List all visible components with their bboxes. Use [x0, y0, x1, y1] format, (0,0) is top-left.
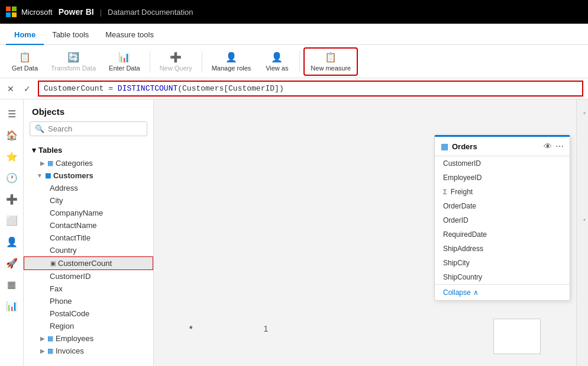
tree-item-invoices[interactable]: ▶ ▦ Invoices: [24, 345, 153, 357]
orders-field-employeeid[interactable]: EmployeeID: [435, 171, 570, 185]
orders-field-freight[interactable]: Σ Freight: [435, 185, 570, 199]
sidebar-rocket-icon[interactable]: 🚀: [2, 253, 21, 272]
shipcity-field-label: ShipCity: [443, 259, 470, 267]
tree-item-companyname[interactable]: CompanyName: [24, 207, 153, 219]
customerid-field-label: CustomerID: [443, 159, 481, 168]
tables-label: Tables: [38, 146, 62, 155]
sidebar-star-icon[interactable]: ⭐: [2, 147, 21, 166]
formula-confirm-button[interactable]: ✓: [21, 83, 33, 95]
tree-item-region[interactable]: Region: [24, 320, 153, 332]
app-subtitle: Datamart Documentation: [108, 8, 193, 17]
new-measure-button[interactable]: 📋 New measure: [303, 47, 358, 76]
sidebar-plus-icon[interactable]: ➕: [2, 190, 21, 208]
orders-field-orderid[interactable]: OrderID: [435, 213, 570, 227]
get-data-button[interactable]: 📋 Get Data: [6, 47, 44, 76]
orders-field-customerid[interactable]: CustomerID: [435, 156, 570, 171]
orders-field-shipaddress[interactable]: ShipAddress: [435, 242, 570, 256]
orderdate-field-label: OrderDate: [443, 202, 476, 210]
tab-home[interactable]: Home: [6, 25, 44, 45]
new-measure-label: New measure: [311, 65, 351, 72]
formula-cancel-button[interactable]: ✕: [5, 83, 17, 95]
search-box[interactable]: 🔍: [30, 121, 147, 136]
tree-item-postalcode[interactable]: PostalCode: [24, 307, 153, 320]
separator-1: [150, 51, 150, 72]
orders-title: Orders: [452, 142, 540, 151]
tree-item-customercount[interactable]: ▣ CustomerCount: [24, 256, 153, 270]
customers-table-icon: ▦: [45, 172, 51, 179]
top-bar: Microsoft Power BI | Datamart Documentat…: [0, 0, 588, 24]
transform-data-icon: 🔄: [67, 52, 79, 63]
ms-green: [12, 7, 17, 11]
orders-field-orderdate[interactable]: OrderDate: [435, 199, 570, 213]
formula-input-container[interactable]: CustomerCount = DISTINCTCOUNT(Customers[…: [38, 81, 583, 97]
separator-2: [202, 51, 202, 72]
orderid-field-label: OrderID: [443, 216, 469, 224]
companyname-label: CompanyName: [50, 208, 103, 217]
enter-data-icon: 📊: [118, 52, 130, 63]
content-area: ▦ Orders 👁 ⋯ CustomerID EmployeeID Σ Fre…: [154, 99, 588, 366]
bottom-markers: * 1: [189, 324, 268, 333]
orders-field-shipcity[interactable]: ShipCity: [435, 256, 570, 270]
sidebar-people-icon[interactable]: 👤: [2, 232, 21, 251]
scrollbar-marker-top: *: [583, 111, 586, 118]
manage-roles-button[interactable]: 👤 Manage roles: [206, 47, 257, 76]
tree-item-address[interactable]: Address: [24, 182, 153, 194]
orders-preview-icon[interactable]: 👁: [544, 142, 552, 151]
employees-label: Employees: [56, 334, 93, 343]
enter-data-button[interactable]: 📊 Enter Data: [103, 47, 146, 76]
orders-field-shipcountry[interactable]: ShipCountry: [435, 270, 570, 284]
search-icon: 🔍: [35, 124, 44, 133]
tree-item-phone[interactable]: Phone: [24, 295, 153, 307]
orders-more-icon[interactable]: ⋯: [555, 142, 564, 151]
new-query-icon: ➕: [170, 52, 182, 63]
new-measure-icon: 📋: [325, 52, 337, 63]
tree-item-city[interactable]: City: [24, 194, 153, 207]
tree-item-contacttitle[interactable]: ContactTitle: [24, 232, 153, 244]
city-label: City: [50, 196, 63, 205]
tree-item-fax[interactable]: Fax: [24, 282, 153, 295]
tables-chevron-icon: ▾: [32, 146, 36, 155]
ms-yellow: [12, 12, 17, 17]
orders-field-requireddate[interactable]: RequiredDate: [435, 227, 570, 242]
ms-red: [6, 7, 11, 11]
orders-collapse-chevron: ∧: [473, 288, 479, 297]
tree-item-customerid[interactable]: CustomerID: [24, 270, 153, 282]
bottom-marker-one: 1: [263, 324, 268, 333]
view-as-button[interactable]: 👤 View as: [258, 47, 296, 76]
manage-roles-icon: 👤: [225, 52, 237, 63]
tables-group-header[interactable]: ▾ Tables: [24, 143, 153, 157]
tree-item-country[interactable]: Country: [24, 244, 153, 256]
orders-collapse-label: Collapse: [443, 288, 471, 297]
transform-data-button[interactable]: 🔄 Transform Data: [45, 47, 102, 76]
objects-panel: Objects 🔍 ▾ Tables ▶ ▦ Categories ▼ ▦ Cu…: [24, 99, 154, 366]
tab-measure-tools[interactable]: Measure tools: [97, 25, 162, 45]
sidebar-table-icon[interactable]: ▦: [2, 275, 21, 294]
scrollbar[interactable]: * *: [576, 99, 588, 366]
tab-table-tools[interactable]: Table tools: [44, 25, 97, 45]
sidebar-clock-icon[interactable]: 🕐: [2, 168, 21, 187]
enter-data-label: Enter Data: [109, 65, 140, 72]
new-query-label: New Query: [160, 65, 192, 72]
country-label: Country: [50, 246, 77, 255]
sidebar-chart-icon[interactable]: 📊: [2, 296, 21, 315]
invoices-expand-icon: ▶: [40, 348, 45, 354]
sidebar-menu-icon[interactable]: ☰: [2, 104, 21, 123]
tree-item-contactname[interactable]: ContactName: [24, 219, 153, 232]
tree-item-customers[interactable]: ▼ ▦ Customers: [24, 169, 153, 182]
categories-label: Categories: [56, 159, 93, 168]
customerid-label: CustomerID: [50, 272, 91, 281]
tree-item-employees[interactable]: ▶ ▦ Employees: [24, 332, 153, 345]
get-data-label: Get Data: [12, 65, 38, 72]
app-name: Power BI: [59, 7, 94, 17]
search-input[interactable]: [48, 124, 142, 133]
invoices-table-icon: ▦: [47, 347, 53, 355]
customercount-measure-icon: ▣: [50, 260, 56, 267]
sidebar-home-icon[interactable]: 🏠: [2, 126, 21, 145]
postalcode-label: PostalCode: [50, 309, 89, 318]
tree-item-categories[interactable]: ▶ ▦ Categories: [24, 157, 153, 169]
orders-collapse-button[interactable]: Collapse ∧: [435, 284, 570, 300]
separator-3: [299, 51, 300, 72]
new-query-button[interactable]: ➕ New Query: [154, 49, 198, 74]
brand-name: Microsoft: [21, 8, 53, 17]
sidebar-square-icon[interactable]: ⬜: [2, 211, 21, 230]
